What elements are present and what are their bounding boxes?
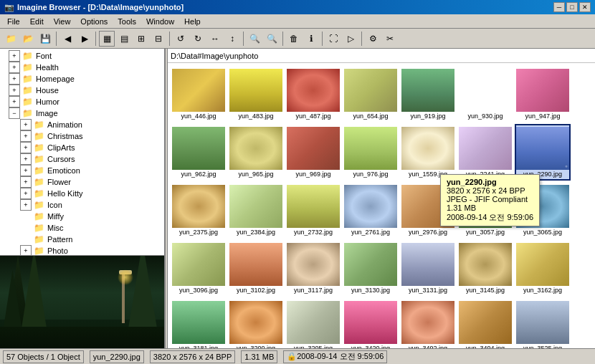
- toolbar-new[interactable]: 📁: [3, 31, 19, 47]
- tree-item-flower[interactable]: +📁Flower: [0, 176, 164, 188]
- thumbnail-item[interactable]: yun_2375.jpg: [171, 182, 227, 239]
- thumbnail-item[interactable]: yun_446.jpg: [171, 66, 227, 123]
- tree-item-homepage[interactable]: +📁Homepage: [0, 73, 164, 85]
- toolbar-fullscreen[interactable]: ⛶: [325, 31, 341, 47]
- thumbnail-item[interactable]: yun_3130.jpg: [343, 240, 399, 297]
- toolbar-extra1[interactable]: ⚙: [365, 31, 381, 47]
- thumbnail-item[interactable]: yun_3181.jpg: [171, 298, 227, 348]
- thumbnail-item[interactable]: yun_483.jpg: [228, 66, 284, 123]
- thumbnail-item[interactable]: yun_487.jpg: [285, 66, 341, 123]
- thumbnail-item[interactable]: yun_3200.jpg: [228, 298, 284, 348]
- tree-expand-photo[interactable]: +: [20, 245, 32, 255]
- menu-tools[interactable]: Tools: [113, 16, 141, 27]
- toolbar-flip-v[interactable]: ↕: [224, 31, 240, 47]
- tree-expand-font[interactable]: +: [9, 50, 20, 62]
- thumbnail-container[interactable]: yun_446.jpg yun_483.jpg yun_487.jpg yun_…: [168, 63, 595, 348]
- tree-expand-image[interactable]: −: [9, 107, 20, 119]
- tree-item-miffy[interactable]: 📁Miffy: [0, 211, 164, 222]
- toolbar-rotate-r[interactable]: ↻: [190, 31, 206, 47]
- tree-expand-cliparts[interactable]: +: [20, 142, 32, 153]
- toolbar-extra2[interactable]: ✂: [382, 31, 398, 47]
- thumbnail-item[interactable]: yun_3131.jpg: [400, 240, 456, 297]
- tree-item-image[interactable]: −📁Image: [0, 107, 164, 119]
- tree-item-christmas[interactable]: +📁Christmas: [0, 130, 164, 142]
- thumbnail-item[interactable]: yun_2241.jpg: [457, 124, 513, 181]
- thumbnail-item[interactable]: yun_3420.jpg: [343, 298, 399, 348]
- tree-expand-icon[interactable]: +: [20, 199, 32, 211]
- thumbnail-item[interactable]: yun_2384.jpg: [228, 182, 284, 239]
- toolbar-save[interactable]: 💾: [37, 31, 53, 47]
- menu-file[interactable]: File: [3, 16, 24, 27]
- thumbnail-item[interactable]: yun_3162.jpg: [515, 240, 571, 297]
- tree-item-animation[interactable]: +📁Animation: [0, 119, 164, 130]
- tree-item-humor[interactable]: +📁Humor: [0, 96, 164, 107]
- thumbnail-image: [172, 301, 225, 344]
- thumbnail-item[interactable]: yun_3525.jpg: [515, 298, 571, 348]
- close-button[interactable]: ✕: [579, 2, 591, 12]
- thumbnail-label: yun_3492.jpg: [401, 345, 454, 348]
- toolbar-rotate-l[interactable]: ↺: [173, 31, 189, 47]
- menu-edit[interactable]: Edit: [26, 16, 48, 27]
- tree-expand-house[interactable]: +: [9, 85, 20, 96]
- thumbnail-item[interactable]: yun_930.jpg: [457, 66, 513, 123]
- thumbnail-item[interactable]: yun_962.jpg: [171, 124, 227, 181]
- toolbar-zoom-in[interactable]: 🔍: [247, 31, 262, 47]
- folder-tree[interactable]: +📁Font+📁Health+📁Homepage+📁House+📁Humor−📁…: [0, 49, 164, 255]
- toolbar-zoom-out[interactable]: 🔍: [264, 31, 280, 47]
- thumbnail-item[interactable]: yun_969.jpg: [285, 124, 341, 181]
- thumbnail-item[interactable]: yun_3102.jpg: [228, 240, 284, 297]
- thumbnail-item[interactable]: ● yun_2290.jpg: [515, 124, 571, 181]
- maximize-button[interactable]: □: [566, 2, 578, 12]
- thumbnail-item[interactable]: yun_2761.jpg: [343, 182, 399, 239]
- thumbnail-item[interactable]: yun_976.jpg: [343, 124, 399, 181]
- toolbar-delete[interactable]: 🗑: [286, 31, 302, 47]
- menu-window[interactable]: Window: [142, 16, 178, 27]
- tree-expand-hellokitty[interactable]: +: [20, 188, 32, 199]
- thumbnail-item[interactable]: yun_3492.jpg: [400, 298, 456, 348]
- tree-item-hellokitty[interactable]: +📁Hello Kitty: [0, 188, 164, 199]
- tree-expand-health[interactable]: +: [9, 62, 20, 73]
- tree-item-photo[interactable]: +📁Photo: [0, 245, 164, 255]
- menu-help[interactable]: Help: [180, 16, 205, 27]
- tree-item-cursors[interactable]: +📁Cursors: [0, 153, 164, 165]
- thumbnail-item[interactable]: yun_3494.jpg: [457, 298, 513, 348]
- toolbar-props[interactable]: ℹ: [303, 31, 319, 47]
- toolbar-view4[interactable]: ⊟: [151, 31, 166, 47]
- thumbnail-item[interactable]: yun_3117.jpg: [285, 240, 341, 297]
- menu-view[interactable]: View: [49, 16, 75, 27]
- thumbnail-item[interactable]: yun_3205.jpg: [285, 298, 341, 348]
- thumbnail-item[interactable]: yun_3096.jpg: [171, 240, 227, 297]
- tree-item-cliparts[interactable]: +📁ClipArts: [0, 142, 164, 153]
- menu-options[interactable]: Options: [76, 16, 112, 27]
- thumbnail-item[interactable]: yun_2732.jpg: [285, 182, 341, 239]
- tree-expand-homepage[interactable]: +: [9, 73, 20, 85]
- thumbnail-item[interactable]: yun_3145.jpg: [457, 240, 513, 297]
- minimize-button[interactable]: ─: [553, 2, 565, 12]
- toolbar-view3[interactable]: ⊞: [133, 31, 149, 47]
- tree-expand-flower[interactable]: +: [20, 176, 32, 188]
- toolbar-forward[interactable]: ▶: [77, 31, 92, 47]
- tree-expand-christmas[interactable]: +: [20, 130, 32, 142]
- tree-item-emoticon[interactable]: +📁Emoticon: [0, 165, 164, 176]
- tree-expand-animation[interactable]: +: [20, 119, 32, 130]
- tree-item-misc[interactable]: 📁Misc: [0, 222, 164, 234]
- tree-item-health[interactable]: +📁Health: [0, 62, 164, 73]
- tree-expand-humor[interactable]: +: [9, 96, 20, 107]
- tree-item-font[interactable]: +📁Font: [0, 50, 164, 62]
- toolbar-back[interactable]: ◀: [60, 31, 75, 47]
- toolbar-flip-h[interactable]: ↔: [207, 31, 223, 47]
- toolbar-view2[interactable]: ▤: [116, 31, 132, 47]
- toolbar-open[interactable]: 📂: [20, 31, 36, 47]
- tree-item-icon[interactable]: +📁Icon: [0, 199, 164, 211]
- tree-expand-cursors[interactable]: +: [20, 153, 32, 165]
- tree-item-pattern[interactable]: 📁Pattern: [0, 234, 164, 245]
- toolbar-slideshow[interactable]: ▷: [343, 31, 358, 47]
- tree-expand-emoticon[interactable]: +: [20, 165, 32, 176]
- toolbar-view1[interactable]: ▦: [99, 31, 115, 47]
- thumbnail-item[interactable]: yun_654.jpg: [343, 66, 399, 123]
- tree-item-house[interactable]: +📁House: [0, 85, 164, 96]
- thumbnail-item[interactable]: yun_965.jpg: [228, 124, 284, 181]
- thumbnail-item[interactable]: yun_919.jpg: [400, 66, 456, 123]
- thumbnail-item[interactable]: yun_947.jpg: [515, 66, 571, 123]
- thumbnail-item[interactable]: yun_1559.jpg: [400, 124, 456, 181]
